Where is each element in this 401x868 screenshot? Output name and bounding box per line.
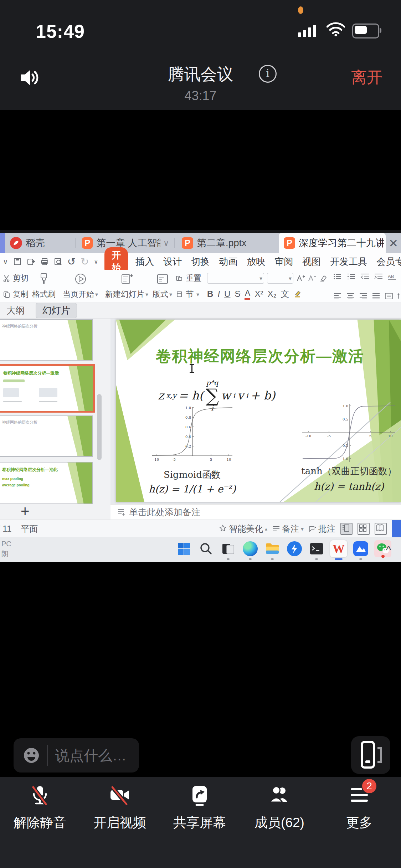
pinyin-button[interactable]: 文	[281, 288, 289, 300]
meeting-info-icon[interactable]: i	[259, 65, 277, 83]
highlight-color-icon[interactable]	[294, 290, 302, 298]
tab-chapter2[interactable]: P 第二章.pptx	[177, 233, 255, 253]
format-painter-button[interactable]: 格式刷	[30, 272, 58, 300]
redo-icon[interactable]: ↻	[81, 256, 89, 268]
slide-edit-area[interactable]: 卷积神经网络层次分析—激活 zx,y = h( p*q ∑ i wi vi + …	[110, 319, 401, 504]
menu-view[interactable]: 视图	[302, 255, 321, 268]
section-button[interactable]: 节 ▾	[176, 289, 201, 300]
share-screen-button[interactable]: 共享屏幕	[160, 785, 240, 832]
start-button[interactable]	[175, 540, 192, 557]
justify-icon[interactable]	[372, 293, 380, 300]
tab-slides[interactable]: 幻灯片	[36, 303, 77, 318]
cut-button[interactable]: 剪切	[3, 273, 29, 284]
slideshow-play-button[interactable]	[392, 520, 401, 538]
slide-thumbnail-3[interactable]: 神经网络的层次分析	[0, 415, 93, 457]
terminal-button[interactable]	[308, 540, 325, 557]
underline-button[interactable]: U	[224, 289, 230, 299]
menu-member[interactable]: 会员专享	[376, 255, 401, 268]
add-slide-button[interactable]: +	[21, 503, 30, 520]
new-slide-button[interactable]: 新建幻灯片▾	[103, 272, 150, 300]
file-explorer-button[interactable]	[264, 540, 281, 557]
screen-share-view[interactable]: 稻壳 P 第一章 人工智能导引.pptx ∨ P 第二章.pptx P 深度学习…	[0, 230, 401, 562]
increase-font-icon[interactable]	[296, 274, 305, 282]
notes-input[interactable]: 单击此处添加备注	[110, 504, 401, 520]
comment-button[interactable]: 批注	[309, 523, 335, 534]
edge-browser-button[interactable]	[242, 540, 259, 557]
leave-meeting-button[interactable]: 离开	[351, 67, 382, 88]
bold-button[interactable]: B	[207, 289, 213, 299]
menu-devtools[interactable]: 开发工具	[330, 255, 367, 268]
tencent-meeting-tray-button[interactable]	[286, 540, 303, 557]
font-family-select[interactable]: ▾	[207, 273, 264, 284]
collapse-ribbon-icon[interactable]: ∨	[3, 257, 8, 266]
normal-view-button[interactable]	[340, 523, 353, 535]
smart-beautify-button[interactable]: 智能美化 ▴	[219, 523, 267, 534]
tab-docer[interactable]: 稻壳	[5, 233, 75, 253]
print-icon[interactable]	[40, 257, 49, 266]
decrease-indent-icon[interactable]	[360, 273, 370, 280]
start-video-button[interactable]: 开启视频	[80, 785, 160, 832]
slide-title[interactable]: 卷积神经网络层次分析—激活	[156, 346, 364, 367]
more-button[interactable]: 2 更多	[319, 785, 399, 832]
paragraph-spacing-icon[interactable]	[397, 293, 401, 300]
increase-indent-icon[interactable]	[374, 273, 383, 280]
font-size-select[interactable]: ▾	[267, 273, 293, 284]
rotate-screen-button[interactable]	[351, 736, 390, 774]
slide-thumbnail-panel[interactable]: 神经网络的层次分析 卷积神经网络层次分析—激活 神经网络的层次分析 卷积神经网络…	[0, 319, 110, 504]
tencent-meeting-button[interactable]	[352, 540, 369, 557]
align-right-icon[interactable]	[359, 293, 367, 300]
search-button[interactable]	[197, 540, 215, 557]
slide-canvas[interactable]: 卷积神经网络层次分析—激活 zx,y = h( p*q ∑ i wi vi + …	[116, 320, 401, 502]
numbering-icon[interactable]	[347, 273, 356, 280]
unmute-button[interactable]: 解除静音	[0, 785, 80, 832]
menu-transition[interactable]: 切换	[191, 255, 210, 268]
slide-thumbnail-4[interactable]: 卷积神经网络层次分析—池化 max pooling average poolin…	[0, 462, 93, 504]
export-icon[interactable]	[27, 257, 35, 266]
align-center-icon[interactable]	[346, 293, 355, 300]
panel-tab-bar: 大纲 幻灯片	[0, 303, 401, 319]
customize-qat-icon[interactable]: ∨	[94, 258, 98, 265]
wps-office-button[interactable]: W	[330, 540, 347, 557]
menu-design[interactable]: 设计	[163, 255, 182, 268]
copy-button[interactable]: 复制	[3, 289, 29, 300]
font-color-button[interactable]: A	[245, 288, 250, 300]
slide-sorter-view-button[interactable]	[358, 523, 370, 535]
play-from-current-button[interactable]: 当页开始▾	[61, 272, 100, 300]
svg-text:-5: -5	[172, 458, 176, 461]
bullets-icon[interactable]	[333, 273, 343, 280]
distribute-icon[interactable]	[385, 293, 393, 300]
members-button[interactable]: 成员(62)	[240, 785, 319, 832]
tab-deep-learning-active[interactable]: P 深度学习第二十九讲.pptx	[279, 233, 386, 253]
text-direction-icon[interactable]: AB	[387, 273, 398, 280]
menu-slideshow[interactable]: 放映	[247, 255, 265, 268]
strikethrough-button[interactable]: S	[235, 289, 240, 299]
close-tab-icon[interactable]: ✕	[389, 237, 398, 250]
tray-expand-caret[interactable]: ^	[386, 544, 391, 556]
menu-review[interactable]: 审阅	[274, 255, 293, 268]
notes-toggle-button[interactable]: 备注 ▾	[272, 523, 304, 534]
slide-thumbnail-1[interactable]: 神经网络的层次分析	[0, 319, 93, 361]
reading-view-button[interactable]	[375, 523, 387, 535]
emoji-icon[interactable]	[23, 747, 40, 764]
subscript-button[interactable]: X₂	[267, 289, 276, 299]
clear-format-icon[interactable]	[319, 274, 328, 282]
superscript-button[interactable]: X²	[255, 289, 263, 299]
task-view-button[interactable]	[220, 540, 237, 557]
align-left-icon[interactable]	[333, 293, 342, 300]
tab-list-caret-icon[interactable]: ∨	[163, 239, 169, 248]
slide-thumbnail-2-selected[interactable]: 卷积神经网络层次分析—激活	[0, 364, 95, 413]
menu-animation[interactable]: 动画	[219, 255, 237, 268]
thumbnail-scrollbar[interactable]	[97, 394, 102, 460]
italic-button[interactable]: I	[217, 289, 220, 299]
layout-button[interactable]: 版式▾	[150, 272, 174, 300]
print-preview-icon[interactable]	[54, 257, 62, 266]
chat-input[interactable]: 说点什么…	[14, 738, 139, 773]
reset-button[interactable]: 重置	[176, 273, 201, 284]
save-icon[interactable]	[13, 257, 22, 266]
undo-icon[interactable]: ↺	[67, 256, 76, 268]
menu-insert[interactable]: 插入	[135, 255, 154, 268]
decrease-font-icon[interactable]	[308, 274, 316, 282]
tanh-caption: tanh（双曲正切函数）	[300, 465, 397, 477]
tab-outline[interactable]: 大纲	[6, 304, 25, 317]
font-group: ▾ ▾ B I U S A X² X₂ 文	[206, 272, 329, 300]
